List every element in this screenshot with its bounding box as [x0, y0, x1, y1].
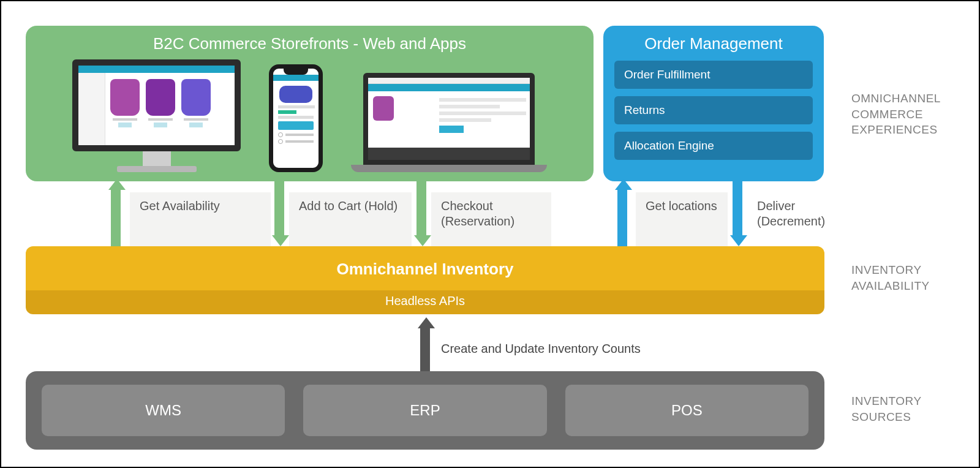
source-wms: WMS: [42, 385, 285, 436]
source-erp: ERP: [303, 385, 546, 436]
midflow-label: Create and Update Inventory Counts: [441, 342, 641, 356]
order-fulfillment-item: Order Fulfillment: [614, 61, 813, 89]
flow-get-availability: Get Availability: [130, 192, 271, 247]
arrow-down-icon: [272, 179, 287, 246]
returns-item: Returns: [614, 96, 813, 124]
arrow-up-icon: [615, 179, 630, 246]
arrow-down-icon: [414, 179, 429, 246]
desktop-monitor-icon: [72, 59, 241, 172]
order-management-title: Order Management: [614, 34, 813, 53]
arrow-down-icon: [730, 179, 745, 246]
order-management-card: Order Management Order Fulfillment Retur…: [603, 26, 824, 181]
label-sources: INVENTORY SOURCES: [851, 393, 968, 425]
flow-deliver: Deliver (Decrement): [747, 192, 851, 247]
laptop-icon: [351, 73, 547, 172]
allocation-engine-item: Allocation Engine: [614, 132, 813, 160]
flow-get-locations: Get locations: [636, 192, 728, 247]
storefronts-card: B2C Commerce Storefronts - Web and Apps: [26, 26, 594, 181]
storefronts-title: B2C Commerce Storefronts - Web and Apps: [38, 34, 581, 53]
label-experiences: OMNICHANNEL COMMERCE EXPERIENCES: [851, 91, 968, 138]
flow-checkout: Checkout (Reservation): [431, 192, 551, 247]
arrow-up-icon: [418, 317, 432, 372]
inventory-bar: Omnichannel Inventory: [26, 246, 824, 292]
arrow-up-icon: [108, 179, 123, 246]
inventory-title: Omnichannel Inventory: [26, 260, 824, 279]
flow-add-to-cart: Add to Cart (Hold): [289, 192, 412, 247]
sources-bar: WMS ERP POS: [26, 371, 824, 450]
inventory-subtitle: Headless APIs: [26, 290, 824, 314]
architecture-diagram: B2C Commerce Storefronts - Web and Apps: [1, 1, 979, 467]
device-mockups: [38, 59, 581, 172]
label-availability: INVENTORY AVAILABILITY: [851, 262, 968, 293]
source-pos: POS: [565, 385, 809, 436]
mobile-phone-icon: [269, 64, 323, 172]
